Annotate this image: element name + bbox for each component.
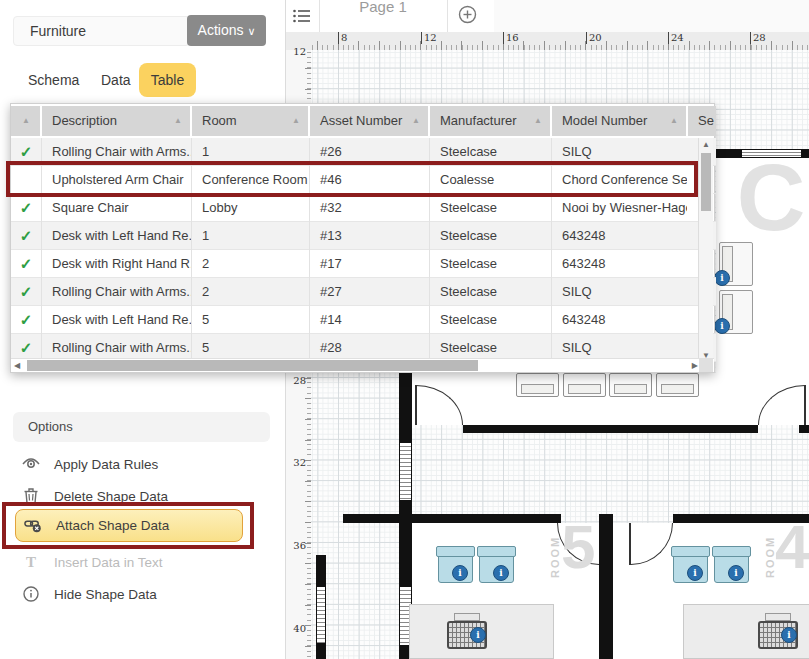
cell-asset-number: #46 [309, 166, 429, 194]
diagram-app-window: Page 1 8 12 16 20 24 28 12 28 32 36 40 [0, 0, 809, 659]
window[interactable] [316, 587, 326, 643]
door-leaf[interactable] [804, 385, 806, 425]
sort-icon[interactable]: ▲ [22, 106, 30, 136]
table-row[interactable]: ✓ Desk with Left Hand Re... 1 #13 Steelc… [11, 222, 716, 250]
cell-description: Upholstered Arm Chair [41, 166, 191, 194]
horizontal-ruler: 8 12 16 20 24 28 [311, 32, 809, 50]
chair-shape-linked[interactable]: i [673, 547, 708, 583]
chair-shape-linked[interactable]: i [479, 547, 514, 583]
tab-table[interactable]: Table [139, 63, 196, 97]
table-row-highlighted[interactable]: Upholstered Arm Chair Conference Room #4… [11, 166, 716, 194]
info-badge-icon[interactable]: i [781, 627, 797, 643]
cell-model-number: SILQ [551, 138, 687, 166]
column-header-label: Asset Number [320, 113, 402, 128]
ruler-number: 32 [286, 457, 306, 469]
info-badge-icon[interactable]: i [728, 565, 744, 581]
column-header-manufacturer[interactable]: Manufacturer▲ [430, 106, 550, 136]
scrollbar-thumb[interactable] [27, 360, 478, 371]
info-badge-icon[interactable]: i [452, 565, 468, 581]
sort-icon[interactable]: ▲ [670, 106, 678, 136]
chair-shape-linked[interactable]: i [714, 547, 749, 583]
vertical-scrollbar[interactable]: ▲ ▼ [698, 138, 713, 362]
room-c-label[interactable]: C [731, 150, 809, 245]
dataset-name-field[interactable]: Furniture [13, 16, 190, 46]
desk-shape[interactable]: i [409, 604, 554, 659]
column-header-label: Manufacturer [440, 113, 517, 128]
menu-item-insert-data-in-text: T Insert Data in Text [14, 550, 266, 574]
column-header-serial[interactable]: Se [688, 106, 716, 136]
page-tab[interactable]: Page 1 [319, 0, 447, 15]
cell-room: Lobby [191, 194, 309, 222]
table-row[interactable]: ✓ Desk with Left Hand Re... 5 #14 Steelc… [11, 306, 716, 334]
cell-model-number: Nooi by Wiesner-Hager [551, 194, 687, 222]
cell-manufacturer: Steelcase [429, 306, 551, 334]
scroll-right-icon[interactable]: ▶ [692, 361, 698, 370]
check-icon: ✓ [11, 222, 41, 250]
scroll-up-icon[interactable]: ▲ [702, 140, 710, 149]
column-header-description[interactable]: Description▲ [42, 106, 190, 136]
column-header-asset-number[interactable]: Asset Number▲ [310, 106, 428, 136]
menu-item-attach-shape-data[interactable]: Attach Shape Data [15, 509, 243, 542]
cell-model-number: Chord Conference Seat... [551, 166, 687, 194]
sort-icon[interactable]: ▲ [412, 106, 420, 136]
door-leaf[interactable] [415, 385, 417, 425]
menu-item-hide-shape-data[interactable]: Hide Shape Data [14, 582, 266, 606]
chair-shape[interactable] [609, 373, 652, 397]
ruler-number: 20 [586, 32, 602, 44]
tab-schema[interactable]: Schema [28, 63, 79, 97]
room-4-number[interactable]: 4 [775, 516, 809, 578]
page-list-icon[interactable] [293, 8, 311, 28]
table-row[interactable]: ✓ Rolling Chair with Arms... 2 #27 Steel… [11, 278, 716, 306]
info-badge-icon[interactable]: i [714, 318, 730, 334]
wall[interactable] [599, 514, 613, 659]
cell-description: Desk with Left Hand Re... [41, 222, 191, 250]
sort-icon[interactable]: ▲ [174, 106, 182, 136]
wall[interactable] [463, 425, 758, 433]
info-badge-icon[interactable]: i [493, 565, 509, 581]
tab-data[interactable]: Data [101, 63, 131, 97]
scroll-left-icon[interactable]: ◀ [14, 361, 20, 370]
sort-icon[interactable]: ▲ [534, 106, 542, 136]
room-5-word[interactable]: ROOM [549, 530, 561, 578]
table-row[interactable]: ✓ Rolling Chair with Arms... 1 #26 Steel… [11, 138, 716, 166]
scrollbar-corner [699, 359, 713, 372]
tab-divider [447, 0, 448, 32]
chair-shape[interactable] [563, 373, 606, 397]
desk-shape[interactable]: i [683, 604, 809, 659]
column-header-model-number[interactable]: Model Number▲ [552, 106, 686, 136]
data-rules-icon [22, 455, 40, 473]
column-header-check[interactable]: ▲ [11, 106, 40, 136]
scrollbar-thumb[interactable] [701, 153, 711, 211]
cell-model-number: SILQ [551, 278, 687, 306]
wall[interactable] [343, 514, 561, 523]
menu-item-apply-data-rules[interactable]: Apply Data Rules [14, 452, 266, 476]
menu-item-delete-shape-data[interactable]: Delete Shape Data [14, 484, 266, 508]
info-badge-icon[interactable]: i [714, 270, 730, 286]
column-header-label: Model Number [562, 113, 647, 128]
room-5-number[interactable]: 5 [561, 516, 595, 578]
door-leaf[interactable] [629, 523, 631, 565]
menu-item-label: Apply Data Rules [54, 457, 158, 472]
cell-description: Desk with Left Hand Re... [41, 306, 191, 334]
cell-asset-number: #32 [309, 194, 429, 222]
wall[interactable] [316, 643, 326, 659]
chair-shape[interactable] [516, 373, 559, 397]
info-badge-icon[interactable]: i [470, 627, 486, 643]
actions-button[interactable]: Actions ∨ [187, 15, 266, 46]
wall[interactable] [316, 555, 326, 587]
column-header-room[interactable]: Room▲ [192, 106, 308, 136]
table-row[interactable]: ✓ Desk with Right Hand R... 2 #17 Steelc… [11, 250, 716, 278]
horizontal-scrollbar[interactable]: ◀ ▶ [11, 358, 714, 372]
wall[interactable] [799, 425, 809, 433]
cell-asset-number: #14 [309, 306, 429, 334]
add-page-icon[interactable] [458, 5, 477, 28]
info-icon [22, 585, 40, 603]
table-row[interactable]: ✓ Square Chair Lobby #32 Steelcase Nooi … [11, 194, 716, 222]
sort-icon[interactable]: ▲ [292, 106, 300, 136]
chair-shape[interactable] [656, 373, 699, 397]
info-badge-icon[interactable]: i [687, 565, 703, 581]
chair-shape-linked[interactable]: i [438, 547, 473, 583]
window[interactable] [399, 443, 412, 500]
check-icon [11, 166, 41, 194]
cell-model-number: 643248 [551, 250, 687, 278]
